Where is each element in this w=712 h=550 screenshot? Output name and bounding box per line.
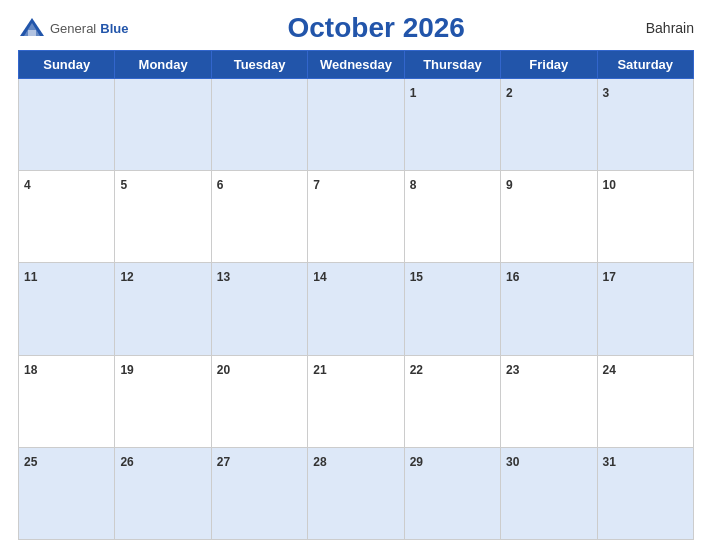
- calendar-day-cell: 2: [501, 79, 597, 171]
- calendar-day-cell: [19, 79, 115, 171]
- country-label: Bahrain: [624, 20, 694, 36]
- day-number: 22: [410, 363, 423, 377]
- header-wednesday: Wednesday: [308, 51, 404, 79]
- day-number: 27: [217, 455, 230, 469]
- calendar-day-cell: 1: [404, 79, 500, 171]
- day-number: 13: [217, 270, 230, 284]
- day-number: 14: [313, 270, 326, 284]
- calendar-day-cell: 15: [404, 263, 500, 355]
- calendar-day-cell: 25: [19, 447, 115, 539]
- calendar-day-cell: 8: [404, 171, 500, 263]
- day-number: 16: [506, 270, 519, 284]
- day-number: 2: [506, 86, 513, 100]
- calendar-body: 1234567891011121314151617181920212223242…: [19, 79, 694, 540]
- calendar-day-cell: 21: [308, 355, 404, 447]
- day-number: 26: [120, 455, 133, 469]
- calendar-day-cell: 18: [19, 355, 115, 447]
- calendar-week-row: 123: [19, 79, 694, 171]
- day-number: 8: [410, 178, 417, 192]
- day-number: 15: [410, 270, 423, 284]
- calendar-day-cell: 31: [597, 447, 693, 539]
- calendar-title: October 2026: [128, 12, 624, 44]
- day-number: 3: [603, 86, 610, 100]
- header-tuesday: Tuesday: [211, 51, 307, 79]
- header-saturday: Saturday: [597, 51, 693, 79]
- calendar-day-cell: 29: [404, 447, 500, 539]
- calendar-page: General Blue October 2026 Bahrain Sunday…: [0, 0, 712, 550]
- calendar-day-cell: 9: [501, 171, 597, 263]
- calendar-day-cell: 23: [501, 355, 597, 447]
- day-number: 21: [313, 363, 326, 377]
- calendar-week-row: 11121314151617: [19, 263, 694, 355]
- calendar-day-cell: 13: [211, 263, 307, 355]
- calendar-day-cell: 12: [115, 263, 211, 355]
- day-number: 7: [313, 178, 320, 192]
- calendar-day-cell: 17: [597, 263, 693, 355]
- calendar-day-cell: 22: [404, 355, 500, 447]
- calendar-day-cell: 28: [308, 447, 404, 539]
- day-number: 28: [313, 455, 326, 469]
- calendar-day-cell: 4: [19, 171, 115, 263]
- calendar-week-row: 25262728293031: [19, 447, 694, 539]
- calendar-day-cell: 19: [115, 355, 211, 447]
- day-number: 10: [603, 178, 616, 192]
- day-number: 25: [24, 455, 37, 469]
- day-number: 17: [603, 270, 616, 284]
- logo-blue-text: Blue: [100, 21, 128, 36]
- calendar-day-cell: [308, 79, 404, 171]
- weekday-header-row: Sunday Monday Tuesday Wednesday Thursday…: [19, 51, 694, 79]
- calendar-day-cell: 24: [597, 355, 693, 447]
- calendar-day-cell: [115, 79, 211, 171]
- calendar-day-cell: 11: [19, 263, 115, 355]
- calendar-day-cell: 5: [115, 171, 211, 263]
- day-number: 29: [410, 455, 423, 469]
- day-number: 5: [120, 178, 127, 192]
- day-number: 9: [506, 178, 513, 192]
- logo: General Blue: [18, 16, 128, 40]
- calendar-day-cell: 10: [597, 171, 693, 263]
- logo-general-text: General: [50, 21, 96, 36]
- calendar-day-cell: 7: [308, 171, 404, 263]
- day-number: 11: [24, 270, 37, 284]
- logo-icon: [18, 16, 46, 40]
- day-number: 4: [24, 178, 31, 192]
- calendar-day-cell: 3: [597, 79, 693, 171]
- header-thursday: Thursday: [404, 51, 500, 79]
- day-number: 23: [506, 363, 519, 377]
- header-sunday: Sunday: [19, 51, 115, 79]
- calendar-day-cell: 6: [211, 171, 307, 263]
- day-number: 18: [24, 363, 37, 377]
- calendar-day-cell: 26: [115, 447, 211, 539]
- calendar-table: Sunday Monday Tuesday Wednesday Thursday…: [18, 50, 694, 540]
- calendar-day-cell: 20: [211, 355, 307, 447]
- calendar-day-cell: 16: [501, 263, 597, 355]
- day-number: 20: [217, 363, 230, 377]
- calendar-day-cell: 30: [501, 447, 597, 539]
- calendar-header: General Blue October 2026 Bahrain: [18, 10, 694, 46]
- header-friday: Friday: [501, 51, 597, 79]
- day-number: 6: [217, 178, 224, 192]
- day-number: 24: [603, 363, 616, 377]
- calendar-day-cell: 14: [308, 263, 404, 355]
- calendar-week-row: 45678910: [19, 171, 694, 263]
- day-number: 1: [410, 86, 417, 100]
- calendar-week-row: 18192021222324: [19, 355, 694, 447]
- day-number: 12: [120, 270, 133, 284]
- calendar-day-cell: [211, 79, 307, 171]
- day-number: 31: [603, 455, 616, 469]
- day-number: 19: [120, 363, 133, 377]
- calendar-day-cell: 27: [211, 447, 307, 539]
- svg-rect-2: [28, 30, 36, 36]
- header-monday: Monday: [115, 51, 211, 79]
- day-number: 30: [506, 455, 519, 469]
